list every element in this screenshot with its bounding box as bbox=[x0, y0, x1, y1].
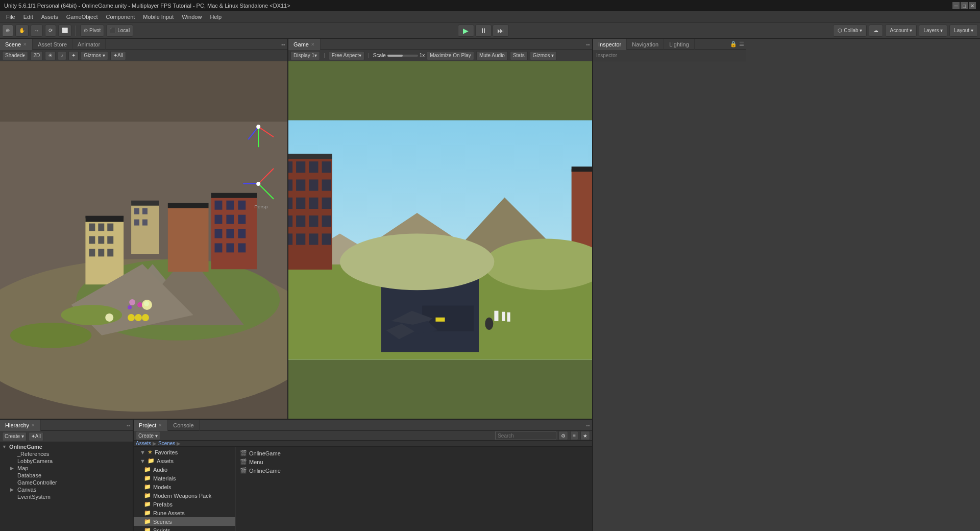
play-button[interactable]: ▶ bbox=[458, 25, 474, 37]
maximize-button[interactable]: □ bbox=[961, 2, 968, 9]
hierarchy-item-eventsystem[interactable]: EventSystem bbox=[0, 493, 133, 500]
inspector-lock-icon[interactable]: 🔒 bbox=[730, 41, 737, 47]
project-tab-close[interactable]: ✕ bbox=[158, 423, 162, 428]
menu-assets[interactable]: Assets bbox=[37, 13, 62, 21]
all-filter-button[interactable]: ✦All bbox=[110, 51, 126, 60]
hierarchy-item-lobbycamera[interactable]: LobbyCamera bbox=[0, 457, 133, 465]
svg-rect-80 bbox=[296, 215, 305, 227]
svg-rect-67 bbox=[288, 161, 292, 173]
folder-favorites[interactable]: ▼ ★ Favorites bbox=[134, 448, 235, 456]
breadcrumb-assets[interactable]: Assets bbox=[136, 441, 151, 446]
project-tab-bar: Project ✕ Console ▪▪ bbox=[134, 420, 592, 431]
minimize-button[interactable]: ─ bbox=[952, 2, 960, 9]
hierarchy-item-onlinegame[interactable]: ▼ OnlineGame bbox=[0, 443, 133, 450]
collab-button[interactable]: ⬡ Collab ▾ bbox=[833, 25, 867, 37]
layout-button[interactable]: Layout ▾ bbox=[949, 25, 978, 37]
hierarchy-item-references[interactable]: _References bbox=[0, 450, 133, 457]
hierarchy-tab-close[interactable]: ✕ bbox=[31, 423, 35, 428]
folder-rune-assets[interactable]: 📁 Rune Assets bbox=[134, 509, 235, 517]
scene-audio-button[interactable]: ♪ bbox=[58, 51, 66, 60]
step-button[interactable]: ⏭ bbox=[493, 25, 509, 37]
svg-rect-37 bbox=[168, 203, 209, 208]
tab-game[interactable]: Game ✕ bbox=[288, 39, 321, 50]
tab-scene[interactable]: Scene ✕ bbox=[0, 39, 33, 50]
folder-materials[interactable]: 📁 Materials bbox=[134, 474, 235, 482]
hierarchy-create-button[interactable]: Create ▾ bbox=[2, 432, 27, 441]
tool-hand[interactable]: ⊕ bbox=[2, 25, 13, 37]
layers-button[interactable]: Layers ▾ bbox=[919, 25, 947, 37]
tab-project[interactable]: Project ✕ bbox=[134, 420, 168, 431]
inspector-menu-icon[interactable]: ☰ bbox=[739, 41, 744, 47]
tool-scale[interactable]: ⟳ bbox=[45, 25, 56, 37]
tool-rect[interactable]: ⬜ bbox=[58, 25, 71, 37]
asset-menu-scene[interactable]: 🎬 Menu bbox=[238, 457, 590, 466]
stats-button[interactable]: Stats bbox=[510, 51, 528, 60]
hierarchy-item-canvas[interactable]: ▶ Canvas bbox=[0, 486, 133, 493]
svg-rect-73 bbox=[309, 180, 318, 191]
folder-models[interactable]: 📁 Models bbox=[134, 482, 235, 491]
maximize-on-play-button[interactable]: Maximize On Play bbox=[427, 51, 474, 60]
hierarchy-item-gamecontroller[interactable]: GameController bbox=[0, 479, 133, 486]
menu-component[interactable]: Component bbox=[102, 13, 139, 21]
hierarchy-item-map[interactable]: ▶ Map bbox=[0, 465, 133, 472]
pivot-button[interactable]: ⊙ Pivot bbox=[80, 25, 104, 37]
menu-edit[interactable]: Edit bbox=[19, 13, 37, 21]
asset-onlinegame2-label: OnlineGame bbox=[249, 468, 281, 474]
aspect-button[interactable]: Free Aspect ▾ bbox=[329, 51, 364, 60]
tab-asset-store[interactable]: Asset Store bbox=[33, 39, 72, 50]
tab-inspector[interactable]: Inspector bbox=[593, 39, 627, 50]
hierarchy-panel-min[interactable]: ▪▪ bbox=[125, 422, 133, 428]
project-search-input[interactable] bbox=[495, 431, 556, 440]
breadcrumb-scenes[interactable]: Scenes bbox=[158, 441, 175, 446]
scale-slider[interactable] bbox=[387, 55, 418, 57]
folder-scripts[interactable]: 📁 Scripts bbox=[134, 526, 235, 531]
scene-effects-button[interactable]: ✦ bbox=[68, 51, 79, 60]
folder-assets[interactable]: ▼ 📁 Assets bbox=[134, 456, 235, 465]
2d-button[interactable]: 2D bbox=[30, 51, 43, 60]
svg-point-43 bbox=[137, 302, 142, 307]
tool-rotate[interactable]: ↔ bbox=[31, 25, 43, 37]
favorites-toggle-button[interactable]: ★ bbox=[580, 431, 590, 440]
gizmos-button[interactable]: Gizmos ▾ bbox=[81, 51, 108, 60]
scene-viewport[interactable]: Persp bbox=[0, 61, 287, 419]
mute-audio-button[interactable]: Mute Audio bbox=[476, 51, 508, 60]
tab-console[interactable]: Console bbox=[168, 420, 199, 431]
menu-mobile-input[interactable]: Mobile Input bbox=[139, 13, 178, 21]
folder-audio[interactable]: 📁 Audio bbox=[134, 465, 235, 474]
folder-prefabs[interactable]: 📁 Prefabs bbox=[134, 500, 235, 509]
hierarchy-item-database[interactable]: Database bbox=[0, 472, 133, 479]
menu-gameobject[interactable]: GameObject bbox=[62, 13, 102, 21]
game-panel-toolbar: Display 1 ▾ | Free Aspect ▾ | Scale 1x bbox=[288, 50, 592, 61]
project-panel-min[interactable]: ▪▪ bbox=[584, 422, 592, 428]
game-tab-close[interactable]: ✕ bbox=[311, 42, 315, 47]
scene-tab-close[interactable]: ✕ bbox=[23, 42, 27, 47]
folder-modern-weapons[interactable]: 📁 Modern Weapons Pack bbox=[134, 491, 235, 500]
tab-lighting[interactable]: Lighting bbox=[664, 39, 695, 50]
game-viewport[interactable] bbox=[288, 61, 592, 419]
scene-panel-min[interactable]: ▪▪ bbox=[279, 41, 287, 47]
menu-file[interactable]: File bbox=[2, 13, 19, 21]
pause-button[interactable]: ⏸ bbox=[475, 25, 492, 37]
tab-navigation[interactable]: Navigation bbox=[627, 39, 664, 50]
scene-light-button[interactable]: ☀ bbox=[45, 51, 56, 60]
display-button[interactable]: Display 1 ▾ bbox=[290, 51, 320, 60]
tool-move[interactable]: ✋ bbox=[15, 25, 29, 37]
game-gizmos-button[interactable]: Gizmos ▾ bbox=[530, 51, 557, 60]
hierarchy-filter-button[interactable]: ✦All bbox=[29, 432, 43, 441]
cloud-button[interactable]: ☁ bbox=[869, 25, 883, 37]
tab-hierarchy[interactable]: Hierarchy ✕ bbox=[0, 420, 41, 431]
menu-help[interactable]: Help bbox=[206, 13, 226, 21]
local-button[interactable]: ⬛ Local bbox=[106, 25, 133, 37]
asset-onlinegame-scene[interactable]: 🎬 OnlineGame bbox=[238, 449, 590, 457]
tab-animator[interactable]: Animator bbox=[72, 39, 106, 50]
view-toggle-button[interactable]: ≡ bbox=[570, 431, 578, 440]
game-panel-min[interactable]: ▪▪ bbox=[584, 41, 592, 47]
shading-mode-button[interactable]: Shaded ▾ bbox=[2, 51, 28, 60]
close-button[interactable]: ✕ bbox=[969, 2, 976, 9]
search-filter-button[interactable]: ⚙ bbox=[558, 431, 568, 440]
asset-onlinegame2-scene[interactable]: 🎬 OnlineGame bbox=[238, 466, 590, 475]
menu-window[interactable]: Window bbox=[178, 13, 206, 21]
account-button[interactable]: Account ▾ bbox=[885, 25, 917, 37]
project-create-button[interactable]: Create ▾ bbox=[136, 431, 160, 440]
folder-scenes[interactable]: 📁 Scenes bbox=[134, 517, 235, 526]
